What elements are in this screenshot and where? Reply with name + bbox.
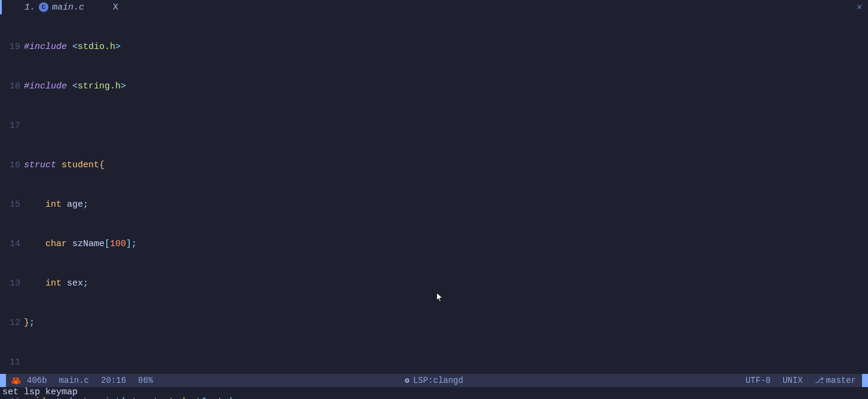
c-file-icon: C [39,2,48,12]
gear-icon: ⚙ [405,376,410,385]
gutter-line: 17 [0,119,20,133]
code-line[interactable]: int age; [24,198,868,211]
code-line[interactable] [24,356,868,369]
gutter-line: 13 [0,277,20,290]
code-line[interactable] [24,119,868,133]
gutter-line: 19 [0,41,20,54]
gutter-line: 16 [0,159,20,172]
mode-indicator [0,374,6,387]
tab-main-c[interactable]: 1. C main.c X [2,0,123,14]
crab-icon: 🦀 [6,376,21,386]
mouse-cursor-icon [436,292,444,303]
code-line[interactable]: #include <stdio.h> [24,41,868,54]
git-branch-icon: ⎇ [815,376,824,385]
status-git: ⎇master [809,376,862,385]
gutter-line: 11 [0,356,20,369]
line-gutter: 19 18 17 16 15 14 13 12 11 10 9 8 7 6 5 … [0,14,24,374]
close-icon[interactable]: X [113,2,118,13]
close-all-icon[interactable]: ✕ [857,1,862,13]
status-filesize: 406b [21,376,53,385]
code-line[interactable]: }; [24,317,868,330]
gutter-line: 12 [0,317,20,330]
code-line[interactable]: int sex; [24,277,868,290]
git-branch: master [826,376,856,385]
gutter-line: 18 [0,80,20,93]
editor[interactable]: 19 18 17 16 15 14 13 12 11 10 9 8 7 6 5 … [0,14,868,374]
gutter-line: 14 [0,238,20,251]
mode-indicator-end [862,374,868,387]
code-area[interactable]: #include <stdio.h> #include <string.h> s… [24,14,868,374]
code-line[interactable]: void student_print(struct student* stu) [24,395,868,399]
tab-bar: 1. C main.c X ✕ [0,0,868,14]
status-cursor-pos: 20:16 [95,376,132,385]
status-filename: main.c [53,376,95,385]
tab-index: 1. [24,2,35,13]
tab-filename: main.c [52,2,84,13]
status-os: UNIX [777,376,809,385]
status-encoding: UTF-8 [740,376,777,385]
code-line[interactable]: struct student{ [24,159,868,172]
code-line[interactable]: #include <string.h> [24,80,868,93]
lsp-server: clangd [433,376,463,385]
status-percent: 86% [132,376,159,385]
code-line[interactable]: char szName[100]; [24,238,868,251]
status-lsp: ⚙ LSP: clangd [405,376,464,385]
lsp-label: LSP: [413,376,433,385]
status-line: 🦀 406b main.c 20:16 86% ⚙ LSP: clangd UT… [0,374,868,387]
gutter-line: 15 [0,198,20,211]
